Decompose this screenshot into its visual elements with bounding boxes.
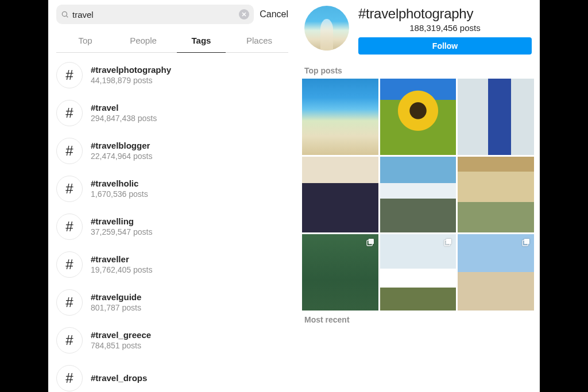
hashtag-post-count: 188,319,456 posts — [358, 23, 532, 33]
post-thumbnail[interactable] — [458, 157, 534, 233]
search-icon — [61, 10, 69, 18]
hashtag-hero-image — [304, 6, 349, 51]
tag-text: #traveller19,762,405 posts — [91, 254, 152, 275]
tag-name: #travel_drops — [91, 373, 147, 383]
hash-icon: # — [56, 327, 83, 354]
tag-row[interactable]: ##travel294,847,438 posts — [56, 94, 288, 132]
tag-text: #travelphotography44,198,879 posts — [91, 65, 171, 86]
tag-count: 44,198,879 posts — [91, 76, 171, 86]
tag-count: 37,259,547 posts — [91, 227, 152, 237]
detail-info: #travelphotography 188,319,456 posts Fol… — [358, 6, 532, 55]
tag-name: #traveller — [91, 254, 152, 265]
post-thumbnail[interactable] — [380, 79, 457, 155]
cancel-button[interactable]: Cancel — [260, 9, 288, 20]
search-row: Cancel — [56, 3, 288, 28]
tag-name: #travelholic — [91, 178, 148, 189]
hash-icon: # — [56, 365, 83, 391]
tag-text: #travel_drops — [91, 373, 147, 384]
top-posts-label: Top posts — [302, 61, 534, 79]
tag-row[interactable]: ##travel_greece784,851 posts — [56, 321, 288, 359]
hashtag-title: #travelphotography — [358, 6, 532, 22]
search-screen: Cancel TopPeopleTagsPlaces ##travelphoto… — [48, 0, 296, 392]
tab-people[interactable]: People — [114, 30, 172, 52]
hash-icon: # — [56, 138, 83, 164]
tab-places[interactable]: Places — [230, 30, 288, 52]
tag-name: #travelphotography — [91, 65, 171, 75]
most-recent-label: Most recent — [302, 311, 534, 328]
tab-top[interactable]: Top — [56, 30, 114, 52]
tag-count: 294,847,438 posts — [91, 114, 157, 123]
svg-rect-4 — [368, 239, 373, 244]
tag-count: 801,787 posts — [91, 303, 141, 313]
tag-count: 19,762,405 posts — [91, 265, 152, 275]
hash-icon: # — [56, 176, 83, 202]
search-box[interactable] — [56, 5, 254, 24]
tag-row[interactable]: ##travel_drops — [56, 359, 288, 392]
tag-row[interactable]: ##travelblogger22,474,964 posts — [56, 132, 288, 170]
tag-row[interactable]: ##travelholic1,670,536 posts — [56, 170, 288, 208]
post-thumbnail[interactable] — [302, 234, 378, 311]
hash-icon: # — [56, 100, 83, 126]
detail-header: #travelphotography 188,319,456 posts Fol… — [302, 3, 534, 61]
tag-name: #travel — [91, 103, 157, 113]
svg-line-1 — [67, 16, 68, 18]
tag-name: #travelling — [91, 216, 152, 227]
search-input[interactable] — [72, 10, 235, 20]
svg-rect-8 — [524, 239, 529, 244]
tag-text: #travel_greece784,851 posts — [91, 330, 151, 351]
tag-text: #travelholic1,670,536 posts — [91, 178, 148, 199]
tag-row[interactable]: ##travelling37,259,547 posts — [56, 208, 288, 246]
tag-text: #travel294,847,438 posts — [91, 103, 157, 123]
hash-icon: # — [56, 62, 83, 88]
tag-row[interactable]: ##traveller19,762,405 posts — [56, 246, 288, 284]
hash-icon: # — [56, 289, 83, 316]
hash-icon: # — [56, 214, 83, 240]
tag-count: 784,851 posts — [91, 341, 151, 351]
letterbox-left — [0, 0, 48, 392]
post-thumbnail[interactable] — [380, 234, 457, 311]
tag-text: #travelling37,259,547 posts — [91, 216, 152, 237]
hashtag-detail-screen: #travelphotography 188,319,456 posts Fol… — [296, 0, 540, 392]
tag-row[interactable]: ##travelguide801,787 posts — [56, 284, 288, 321]
post-thumbnail[interactable] — [302, 79, 378, 155]
letterbox-right — [540, 0, 588, 392]
tag-name: #travelblogger — [91, 141, 152, 151]
follow-button[interactable]: Follow — [358, 37, 532, 55]
tag-count: 22,474,964 posts — [91, 152, 152, 161]
tag-name: #travel_greece — [91, 330, 151, 340]
post-thumbnail[interactable] — [302, 157, 378, 233]
tag-text: #travelguide801,787 posts — [91, 292, 141, 313]
post-thumbnail[interactable] — [458, 79, 534, 155]
clear-icon[interactable] — [239, 9, 249, 20]
carousel-icon — [521, 238, 531, 247]
tag-text: #travelblogger22,474,964 posts — [91, 141, 152, 161]
search-tabs: TopPeopleTagsPlaces — [56, 30, 288, 53]
svg-rect-6 — [446, 239, 451, 244]
tab-tags[interactable]: Tags — [172, 30, 230, 52]
post-thumbnail[interactable] — [458, 234, 534, 311]
tag-count: 1,670,536 posts — [91, 189, 148, 199]
hash-icon: # — [56, 251, 83, 278]
tag-list: ##travelphotography44,198,879 posts##tra… — [56, 56, 288, 392]
post-thumbnail[interactable] — [380, 157, 457, 233]
top-posts-grid — [302, 79, 534, 311]
carousel-icon — [366, 238, 375, 247]
carousel-icon — [443, 238, 452, 247]
svg-point-0 — [62, 11, 67, 16]
tag-name: #travelguide — [91, 292, 141, 302]
tag-row[interactable]: ##travelphotography44,198,879 posts — [56, 56, 288, 94]
